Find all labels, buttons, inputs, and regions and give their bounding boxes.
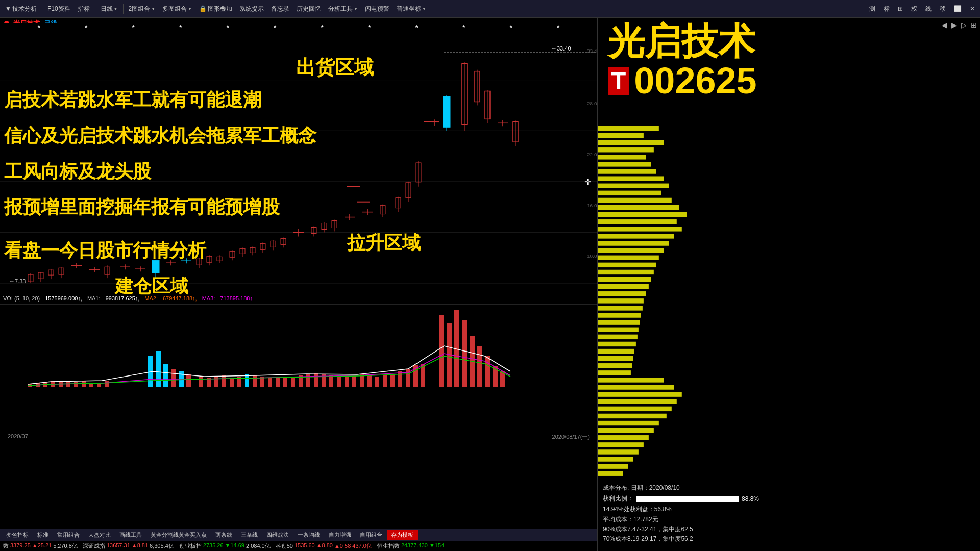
svg-rect-109 (199, 377, 203, 387)
toolbar-syshint[interactable]: 系统提示 (236, 4, 267, 14)
svg-rect-151 (598, 147, 654, 152)
nav-prev-icon[interactable]: ◀ (941, 20, 948, 30)
svg-rect-102 (105, 381, 109, 387)
ticker-shenzhen: 深证成指 13657.31 ▲8.81 6,305.4亿 (83, 542, 174, 550)
vol-label: VOL(5, 10, 20) (3, 295, 40, 303)
toolbar-coords[interactable]: 普通坐标 ▼ (394, 4, 429, 14)
toolbar-close[interactable]: ✕ (967, 4, 978, 13)
toolbar-techanalysis[interactable]: ▼ 技术分析 (2, 4, 40, 14)
svg-rect-98 (74, 382, 78, 387)
toolbar-sep2 (95, 4, 95, 14)
star-3: * (132, 23, 135, 30)
svg-rect-187 (598, 407, 672, 411)
svg-rect-182 (598, 370, 631, 375)
svg-rect-175 (598, 320, 640, 324)
top-toolbar: ▼ 技术分析 F10资料 指标 日线 ▼ 2图组合 ▼ 多图组合 ▼ 🔒 图形叠… (0, 0, 980, 18)
svg-rect-156 (598, 184, 669, 188)
svg-rect-70 (443, 96, 450, 127)
toolbar-f10[interactable]: F10资料 (44, 4, 74, 14)
btm-siwei[interactable]: 四维战法 (262, 530, 293, 540)
toolbar-memo[interactable]: 备忘录 (268, 4, 292, 14)
svg-rect-166 (598, 256, 659, 260)
svg-rect-164 (598, 241, 669, 245)
toolbar-2chart[interactable]: 2图组合 ▼ (126, 4, 159, 14)
box-icon: ⊞ (898, 5, 903, 12)
grid-icon[interactable]: ⊞ (970, 20, 978, 30)
svg-rect-170 (598, 284, 649, 289)
cost-row4: 70%成本8.19-29.17，集中度56.2 (603, 534, 975, 544)
btm-save-template[interactable]: 存为模板 (387, 530, 418, 540)
toolbar-history[interactable]: 历史回忆 (293, 4, 324, 14)
toolbar-indicator[interactable]: 指标 (75, 4, 93, 14)
svg-rect-124 (314, 373, 318, 387)
btm-dapan[interactable]: 大盘对比 (84, 530, 115, 540)
svg-rect-162 (598, 227, 682, 231)
nav-play-icon[interactable]: ▷ (960, 20, 968, 30)
svg-rect-155 (598, 176, 664, 181)
main-chart-area[interactable]: ←33.40 (0, 29, 597, 293)
toolbar-box[interactable]: ⊞ (895, 4, 906, 13)
svg-rect-167 (598, 263, 656, 267)
svg-rect-157 (598, 191, 662, 195)
star-12: * (557, 23, 559, 30)
btm-yitiao[interactable]: 一条均线 (293, 530, 324, 540)
ticker-hengsheng: 恒生指数 24377.430 ▼154 (377, 542, 444, 550)
toolbar-mark[interactable]: 标 (880, 4, 893, 14)
svg-text:22.00: 22.00 (587, 152, 597, 157)
svg-rect-194 (598, 457, 633, 461)
toolbar-line[interactable]: 线 (922, 4, 935, 14)
bottom-volume-chart[interactable] (0, 305, 597, 389)
svg-rect-127 (337, 377, 341, 387)
svg-rect-159 (598, 205, 679, 210)
svg-text:28.00: 28.00 (587, 101, 597, 106)
svg-rect-171 (598, 291, 646, 296)
star-7: * (321, 23, 324, 30)
toolbar-analysis[interactable]: 分析工具 ▼ (325, 4, 361, 14)
btm-changyong[interactable]: 常用组合 (53, 530, 84, 540)
svg-rect-148 (598, 126, 659, 131)
ticker-chuangye: 创业板指 2735.26 ▼14.69 2,084.0亿 (179, 542, 271, 550)
btm-ziyong[interactable]: 自用组合 (356, 530, 386, 540)
svg-rect-189 (598, 421, 659, 425)
svg-rect-150 (598, 140, 664, 145)
toolbar-daily[interactable]: 日线 ▼ (97, 4, 121, 14)
svg-rect-129 (352, 375, 356, 387)
btm-santiao[interactable]: 三条线 (237, 530, 262, 540)
btm-bianse[interactable]: 变色指标 (2, 530, 33, 540)
toolbar-overlay[interactable]: 🔒 图形叠加 (196, 4, 235, 14)
toolbar-multichart[interactable]: 多图组合 ▼ (159, 4, 195, 14)
star-4: * (179, 23, 182, 30)
toolbar-weight[interactable]: 权 (908, 4, 920, 14)
toolbar-maximize[interactable]: ⬜ (951, 4, 965, 13)
btm-zilizeng[interactable]: 自力增强 (325, 530, 355, 540)
nav-next-icon[interactable]: ▶ (950, 20, 958, 30)
svg-rect-176 (598, 328, 639, 332)
toolbar-move[interactable]: 移 (937, 4, 949, 14)
svg-rect-131 (368, 374, 372, 387)
svg-rect-183 (598, 378, 664, 382)
ticker-index1: 数 3379.25 ▲25.21 5,270.8亿 (3, 542, 78, 550)
svg-rect-116 (253, 375, 257, 387)
btm-biaozhun[interactable]: 标准 (33, 530, 53, 540)
svg-rect-123 (306, 374, 310, 387)
svg-rect-126 (329, 375, 333, 387)
ma1-val: 993817.625↑, (106, 295, 140, 303)
svg-rect-165 (598, 248, 664, 253)
btm-liangtiao[interactable]: 两条线 (211, 530, 236, 540)
toolbar-measure[interactable]: 测 (866, 4, 878, 14)
toolbar-flash[interactable]: 闪电预警 (362, 4, 393, 14)
date-labels: 2020/07 2020/08/17(一) (0, 433, 597, 441)
star-row: * * * * * * * * * * * * (0, 23, 597, 30)
svg-rect-196 (598, 471, 623, 476)
close-icon: ✕ (970, 5, 975, 12)
volume-profile-svg (598, 120, 980, 480)
ticker-kechuang: 科创50 1535.60 ▲8.80 ▲0.58 437.0亿 (276, 542, 372, 550)
svg-rect-158 (598, 198, 672, 203)
btm-huaxian[interactable]: 画线工具 (115, 530, 146, 540)
btm-jinfenge[interactable]: 黄金分割线黄金买入点 (146, 530, 211, 540)
svg-rect-22 (152, 260, 159, 273)
svg-rect-104 (156, 351, 161, 387)
svg-rect-161 (598, 219, 677, 224)
maximize-icon: ⬜ (954, 5, 962, 12)
svg-rect-133 (383, 375, 387, 387)
